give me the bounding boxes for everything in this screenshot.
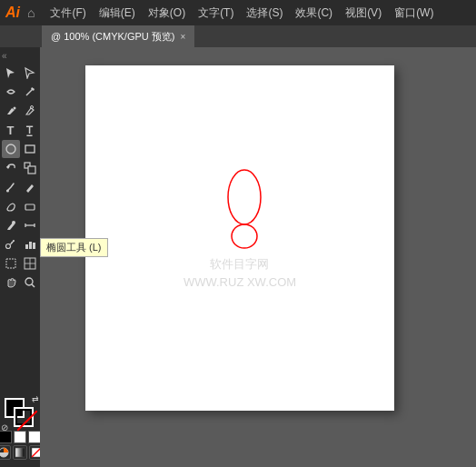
select-tool[interactable] — [2, 64, 20, 82]
text-tool[interactable]: T — [2, 121, 20, 139]
svg-point-3 — [30, 106, 33, 109]
document-canvas[interactable]: 软件目字网 WWW.RUZ XW.COM — [85, 65, 394, 411]
scale-tool[interactable] — [21, 159, 39, 177]
menu-effect[interactable]: 效果(C) — [291, 4, 337, 23]
svg-rect-18 — [25, 244, 28, 249]
tool-row-9 — [0, 216, 40, 234]
stroke-inner — [15, 409, 32, 425]
artboard-tool[interactable] — [2, 254, 20, 273]
watermark-line1: 软件目字网 — [183, 255, 296, 273]
tool-row-7 — [0, 178, 40, 196]
none-stroke-icon — [17, 411, 37, 431]
menu-file[interactable]: 文件(F) — [45, 4, 90, 23]
menu-select[interactable]: 选择(S) — [242, 4, 287, 23]
pencil-tool[interactable] — [21, 178, 39, 196]
svg-point-16 — [13, 240, 15, 242]
svg-point-9 — [6, 190, 9, 193]
svg-rect-20 — [33, 243, 35, 249]
vertical-text-tool[interactable]: T̲ — [21, 121, 39, 139]
tab-label: @ 100% (CMYK/GPU 预览) — [51, 30, 174, 44]
lasso-tool[interactable] — [2, 83, 20, 101]
tab-close-button[interactable]: × — [180, 32, 185, 42]
svg-point-17 — [11, 242, 12, 243]
watermark: 软件目字网 WWW.RUZ XW.COM — [183, 255, 296, 291]
collapse-button[interactable]: « — [0, 51, 7, 61]
home-icon[interactable]: ⌂ — [27, 5, 35, 20]
bar-chart-tool[interactable] — [21, 235, 39, 253]
svg-rect-19 — [29, 242, 32, 249]
active-tab[interactable]: @ 100% (CMYK/GPU 预览) × — [42, 25, 194, 47]
eyedropper-tool[interactable] — [2, 216, 20, 234]
svg-rect-21 — [6, 259, 15, 268]
tool-row-11 — [0, 254, 40, 273]
svg-point-4 — [6, 144, 15, 154]
svg-point-25 — [25, 278, 33, 285]
tool-row-12 — [0, 273, 40, 292]
gradient-icon — [15, 447, 25, 458]
direct-select-tool[interactable] — [21, 64, 39, 82]
svg-line-27 — [17, 411, 37, 431]
anchor-tool[interactable] — [21, 102, 39, 120]
svg-point-15 — [5, 244, 10, 249]
magic-wand-tool[interactable] — [21, 83, 39, 101]
blob-brush-tool[interactable] — [2, 197, 20, 215]
tool-row-3 — [0, 102, 40, 120]
hand-tool[interactable] — [2, 273, 20, 292]
tool-row-10 — [0, 235, 40, 253]
tool-row-2 — [0, 83, 40, 101]
rotate-tool[interactable] — [2, 159, 20, 177]
main-layout: « T — [0, 47, 476, 467]
watermark-line2: WWW.RUZ XW.COM — [183, 273, 296, 291]
svg-point-11 — [12, 221, 15, 224]
menu-object[interactable]: 对象(O) — [144, 4, 190, 23]
title-bar: Ai ⌂ 文件(F) 编辑(E) 对象(O) 文字(T) 选择(S) 效果(C)… — [0, 0, 476, 25]
ai-logo: Ai — [5, 5, 20, 21]
swap-colors-icon[interactable]: ⇄ — [32, 394, 39, 403]
drawing-layer — [85, 65, 394, 411]
svg-point-2 — [13, 107, 15, 110]
svg-rect-29 — [15, 448, 25, 457]
svg-line-0 — [26, 89, 33, 95]
none-color-icon[interactable]: ⊘ — [1, 422, 8, 432]
black-swatch[interactable] — [0, 431, 12, 443]
none-swatch[interactable] — [28, 431, 41, 443]
svg-point-32 — [228, 170, 261, 224]
color-mode-buttons — [0, 445, 44, 460]
pen-tool[interactable] — [2, 102, 20, 120]
color-section: ⇄ ⊘ — [0, 398, 40, 467]
ellipse-tool[interactable] — [2, 140, 20, 158]
zoom-tool[interactable] — [21, 273, 39, 292]
paintbrush-tool[interactable] — [2, 178, 20, 196]
tool-row-6 — [0, 159, 40, 177]
eraser-tool[interactable] — [21, 197, 39, 215]
default-colors-row — [0, 431, 41, 443]
menu-text[interactable]: 文字(T) — [193, 4, 238, 23]
slice-tool[interactable] — [21, 254, 39, 273]
tool-row-1 — [0, 64, 40, 82]
symbol-sprayer-tool[interactable] — [2, 235, 20, 253]
tool-row-8 — [0, 197, 40, 215]
canvas-area[interactable]: 软件目字网 WWW.RUZ XW.COM — [40, 47, 476, 467]
white-swatch[interactable] — [14, 431, 26, 443]
gradient-mode-button[interactable] — [13, 445, 27, 460]
svg-point-33 — [232, 224, 257, 248]
toolbar: « T — [0, 47, 40, 467]
tool-row-5 — [0, 140, 40, 158]
color-mode-button[interactable] — [0, 445, 11, 460]
measure-tool[interactable] — [21, 216, 39, 234]
svg-rect-10 — [25, 204, 35, 210]
fill-stroke-area: ⇄ ⊘ — [3, 398, 37, 429]
menu-window[interactable]: 窗口(W) — [390, 4, 438, 23]
menu-view[interactable]: 视图(V) — [341, 4, 386, 23]
svg-line-26 — [32, 284, 35, 287]
menu-edit[interactable]: 编辑(E) — [94, 4, 140, 23]
svg-rect-5 — [25, 145, 35, 153]
svg-rect-8 — [28, 166, 35, 174]
color-mode-icon — [0, 447, 9, 458]
tool-row-4: T T̲ — [0, 121, 40, 139]
tab-bar: @ 100% (CMYK/GPU 预览) × — [0, 25, 476, 47]
stroke-swatch[interactable] — [14, 407, 34, 427]
rectangle-tool[interactable] — [21, 140, 39, 158]
